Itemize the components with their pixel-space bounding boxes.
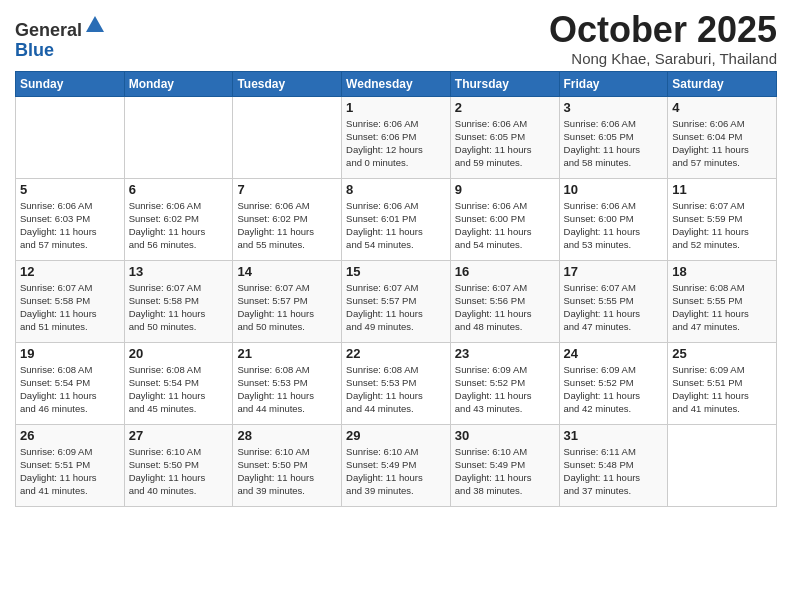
calendar-cell: 18Sunrise: 6:08 AM Sunset: 5:55 PM Dayli… — [668, 260, 777, 342]
calendar-cell: 29Sunrise: 6:10 AM Sunset: 5:49 PM Dayli… — [342, 424, 451, 506]
weekday-header-saturday: Saturday — [668, 71, 777, 96]
calendar-cell: 19Sunrise: 6:08 AM Sunset: 5:54 PM Dayli… — [16, 342, 125, 424]
calendar-cell: 14Sunrise: 6:07 AM Sunset: 5:57 PM Dayli… — [233, 260, 342, 342]
day-info: Sunrise: 6:07 AM Sunset: 5:56 PM Dayligh… — [455, 281, 555, 334]
day-info: Sunrise: 6:06 AM Sunset: 6:00 PM Dayligh… — [564, 199, 664, 252]
calendar-week-row: 26Sunrise: 6:09 AM Sunset: 5:51 PM Dayli… — [16, 424, 777, 506]
calendar-cell: 4Sunrise: 6:06 AM Sunset: 6:04 PM Daylig… — [668, 96, 777, 178]
page-container: General Blue October 2025 Nong Khae, Sar… — [0, 0, 792, 517]
calendar-cell: 9Sunrise: 6:06 AM Sunset: 6:00 PM Daylig… — [450, 178, 559, 260]
day-info: Sunrise: 6:06 AM Sunset: 6:01 PM Dayligh… — [346, 199, 446, 252]
calendar-week-row: 19Sunrise: 6:08 AM Sunset: 5:54 PM Dayli… — [16, 342, 777, 424]
day-number: 4 — [672, 100, 772, 115]
day-info: Sunrise: 6:09 AM Sunset: 5:51 PM Dayligh… — [672, 363, 772, 416]
day-info: Sunrise: 6:07 AM Sunset: 5:57 PM Dayligh… — [346, 281, 446, 334]
day-number: 10 — [564, 182, 664, 197]
logo-general-text: General — [15, 20, 82, 40]
title-block: October 2025 Nong Khae, Saraburi, Thaila… — [549, 10, 777, 67]
header: General Blue October 2025 Nong Khae, Sar… — [15, 10, 777, 67]
day-number: 22 — [346, 346, 446, 361]
day-number: 2 — [455, 100, 555, 115]
day-number: 1 — [346, 100, 446, 115]
calendar-cell: 12Sunrise: 6:07 AM Sunset: 5:58 PM Dayli… — [16, 260, 125, 342]
calendar-cell: 31Sunrise: 6:11 AM Sunset: 5:48 PM Dayli… — [559, 424, 668, 506]
day-number: 3 — [564, 100, 664, 115]
calendar-cell: 13Sunrise: 6:07 AM Sunset: 5:58 PM Dayli… — [124, 260, 233, 342]
calendar-cell: 26Sunrise: 6:09 AM Sunset: 5:51 PM Dayli… — [16, 424, 125, 506]
day-number: 11 — [672, 182, 772, 197]
weekday-header-row: SundayMondayTuesdayWednesdayThursdayFrid… — [16, 71, 777, 96]
day-info: Sunrise: 6:08 AM Sunset: 5:55 PM Dayligh… — [672, 281, 772, 334]
day-info: Sunrise: 6:06 AM Sunset: 6:05 PM Dayligh… — [455, 117, 555, 170]
calendar-cell: 6Sunrise: 6:06 AM Sunset: 6:02 PM Daylig… — [124, 178, 233, 260]
calendar-cell: 21Sunrise: 6:08 AM Sunset: 5:53 PM Dayli… — [233, 342, 342, 424]
day-info: Sunrise: 6:08 AM Sunset: 5:54 PM Dayligh… — [129, 363, 229, 416]
calendar-cell — [16, 96, 125, 178]
calendar-cell: 24Sunrise: 6:09 AM Sunset: 5:52 PM Dayli… — [559, 342, 668, 424]
day-info: Sunrise: 6:06 AM Sunset: 6:02 PM Dayligh… — [129, 199, 229, 252]
calendar-cell: 10Sunrise: 6:06 AM Sunset: 6:00 PM Dayli… — [559, 178, 668, 260]
day-info: Sunrise: 6:08 AM Sunset: 5:53 PM Dayligh… — [237, 363, 337, 416]
weekday-header-thursday: Thursday — [450, 71, 559, 96]
calendar-cell: 3Sunrise: 6:06 AM Sunset: 6:05 PM Daylig… — [559, 96, 668, 178]
day-number: 8 — [346, 182, 446, 197]
calendar-cell: 8Sunrise: 6:06 AM Sunset: 6:01 PM Daylig… — [342, 178, 451, 260]
day-number: 28 — [237, 428, 337, 443]
day-info: Sunrise: 6:06 AM Sunset: 6:02 PM Dayligh… — [237, 199, 337, 252]
day-number: 9 — [455, 182, 555, 197]
day-info: Sunrise: 6:07 AM Sunset: 5:57 PM Dayligh… — [237, 281, 337, 334]
calendar-cell: 11Sunrise: 6:07 AM Sunset: 5:59 PM Dayli… — [668, 178, 777, 260]
day-info: Sunrise: 6:07 AM Sunset: 5:58 PM Dayligh… — [129, 281, 229, 334]
logo-icon — [84, 14, 106, 36]
day-info: Sunrise: 6:07 AM Sunset: 5:58 PM Dayligh… — [20, 281, 120, 334]
day-number: 16 — [455, 264, 555, 279]
day-number: 26 — [20, 428, 120, 443]
day-info: Sunrise: 6:09 AM Sunset: 5:51 PM Dayligh… — [20, 445, 120, 498]
day-number: 31 — [564, 428, 664, 443]
day-info: Sunrise: 6:10 AM Sunset: 5:49 PM Dayligh… — [346, 445, 446, 498]
calendar-cell: 2Sunrise: 6:06 AM Sunset: 6:05 PM Daylig… — [450, 96, 559, 178]
day-number: 20 — [129, 346, 229, 361]
day-number: 15 — [346, 264, 446, 279]
calendar-cell: 20Sunrise: 6:08 AM Sunset: 5:54 PM Dayli… — [124, 342, 233, 424]
calendar-week-row: 1Sunrise: 6:06 AM Sunset: 6:06 PM Daylig… — [16, 96, 777, 178]
calendar-cell: 7Sunrise: 6:06 AM Sunset: 6:02 PM Daylig… — [233, 178, 342, 260]
day-number: 6 — [129, 182, 229, 197]
day-number: 25 — [672, 346, 772, 361]
day-number: 17 — [564, 264, 664, 279]
day-info: Sunrise: 6:10 AM Sunset: 5:50 PM Dayligh… — [237, 445, 337, 498]
day-info: Sunrise: 6:06 AM Sunset: 6:06 PM Dayligh… — [346, 117, 446, 170]
day-info: Sunrise: 6:08 AM Sunset: 5:54 PM Dayligh… — [20, 363, 120, 416]
day-number: 21 — [237, 346, 337, 361]
day-number: 24 — [564, 346, 664, 361]
location-subtitle: Nong Khae, Saraburi, Thailand — [549, 50, 777, 67]
weekday-header-tuesday: Tuesday — [233, 71, 342, 96]
calendar-cell: 1Sunrise: 6:06 AM Sunset: 6:06 PM Daylig… — [342, 96, 451, 178]
logo-blue-text: Blue — [15, 40, 54, 60]
calendar-week-row: 12Sunrise: 6:07 AM Sunset: 5:58 PM Dayli… — [16, 260, 777, 342]
calendar-cell: 28Sunrise: 6:10 AM Sunset: 5:50 PM Dayli… — [233, 424, 342, 506]
day-info: Sunrise: 6:11 AM Sunset: 5:48 PM Dayligh… — [564, 445, 664, 498]
weekday-header-friday: Friday — [559, 71, 668, 96]
day-info: Sunrise: 6:07 AM Sunset: 5:59 PM Dayligh… — [672, 199, 772, 252]
day-number: 23 — [455, 346, 555, 361]
weekday-header-wednesday: Wednesday — [342, 71, 451, 96]
day-info: Sunrise: 6:10 AM Sunset: 5:50 PM Dayligh… — [129, 445, 229, 498]
day-info: Sunrise: 6:06 AM Sunset: 6:04 PM Dayligh… — [672, 117, 772, 170]
logo: General Blue — [15, 14, 106, 61]
day-info: Sunrise: 6:09 AM Sunset: 5:52 PM Dayligh… — [455, 363, 555, 416]
day-number: 12 — [20, 264, 120, 279]
day-number: 7 — [237, 182, 337, 197]
calendar-week-row: 5Sunrise: 6:06 AM Sunset: 6:03 PM Daylig… — [16, 178, 777, 260]
day-info: Sunrise: 6:07 AM Sunset: 5:55 PM Dayligh… — [564, 281, 664, 334]
calendar-cell: 23Sunrise: 6:09 AM Sunset: 5:52 PM Dayli… — [450, 342, 559, 424]
day-info: Sunrise: 6:09 AM Sunset: 5:52 PM Dayligh… — [564, 363, 664, 416]
calendar-cell: 17Sunrise: 6:07 AM Sunset: 5:55 PM Dayli… — [559, 260, 668, 342]
day-info: Sunrise: 6:06 AM Sunset: 6:05 PM Dayligh… — [564, 117, 664, 170]
svg-marker-0 — [86, 16, 104, 32]
day-number: 30 — [455, 428, 555, 443]
calendar-cell: 22Sunrise: 6:08 AM Sunset: 5:53 PM Dayli… — [342, 342, 451, 424]
day-number: 29 — [346, 428, 446, 443]
calendar-cell: 27Sunrise: 6:10 AM Sunset: 5:50 PM Dayli… — [124, 424, 233, 506]
calendar-cell — [124, 96, 233, 178]
